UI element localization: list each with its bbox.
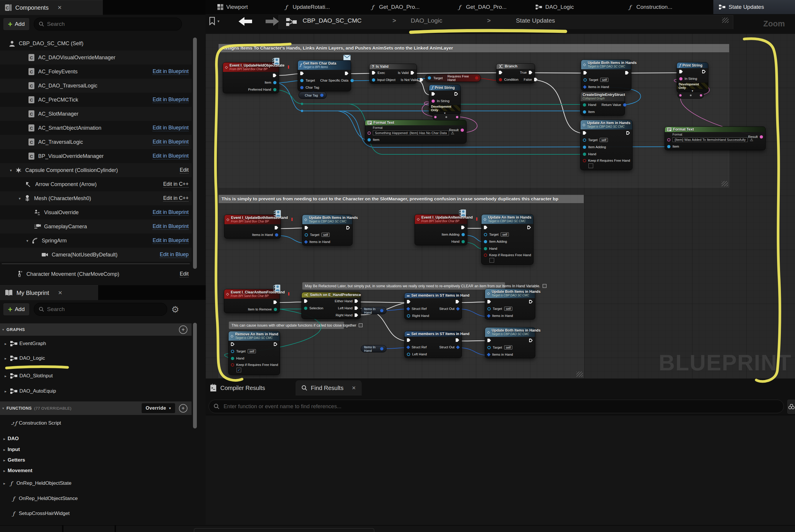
collapsed-pin-row[interactable] — [677, 92, 704, 99]
variable-items-in-hand-1[interactable]: Items In Hand — [361, 307, 386, 314]
edit-link[interactable]: Edit — [180, 271, 188, 277]
tab-construction[interactable]: ƒ Construction... — [626, 0, 672, 14]
find-in-blueprints-button[interactable] — [788, 400, 795, 414]
checkbox-unchecked[interactable] — [589, 164, 593, 168]
exec-out-pin[interactable] — [274, 342, 277, 346]
find-references-input[interactable] — [223, 403, 779, 410]
tab-get-dao-pro-2[interactable]: ƒ Get_DAO_Pro... — [456, 0, 506, 14]
edit-in-blueprint-link[interactable]: Edit in Blueprint — [152, 139, 188, 145]
chevron-right-icon[interactable]: ▸ — [1, 469, 7, 473]
item-pin[interactable] — [667, 145, 670, 148]
tab-get-dao-pro-1[interactable]: ƒ Get_DAO_Pro... — [369, 0, 419, 14]
myblueprint-scrollbar[interactable] — [193, 323, 197, 429]
add-blueprint-item-button[interactable]: + Add — [3, 303, 30, 316]
node-event-update-held-object-state[interactable]: ◇ Event I_UpdateHeldObjectStateFrom BPI … — [223, 62, 279, 93]
node-create-single-entry-struct[interactable]: CreateSingleEntryStructCollapsed Graph H… — [580, 92, 625, 116]
pink-pin[interactable] — [434, 116, 437, 118]
node-is-valid[interactable]: ? Is Valid ExecIs Valid Input ObjectIs N… — [369, 64, 417, 83]
functions-section-header[interactable]: ▾ FUNCTIONS (77 OVERRIDABLE) Override ▾ … — [0, 401, 192, 415]
myblueprint-search-input[interactable]: Search — [34, 303, 167, 316]
target-pin[interactable] — [428, 76, 431, 79]
exec-out-pin[interactable] — [527, 226, 531, 229]
edit-in-cpp-link[interactable]: Edit in C++ — [163, 181, 188, 188]
component-row[interactable]: C AC_DAOVisualOverrideManager — [0, 51, 192, 64]
target-pin[interactable] — [231, 350, 234, 353]
pink-pin[interactable] — [456, 116, 458, 118]
node-update-both-items-2[interactable]: ◇ Update Both Items in HandsTarget is CB… — [302, 214, 353, 246]
struct-out-pin[interactable] — [456, 345, 460, 349]
chevron-right-icon[interactable]: ▸ — [1, 437, 7, 441]
items-in-hand-pin[interactable] — [487, 353, 491, 357]
breadcrumb-root[interactable]: CBP_DAO_SC_CMC — [303, 17, 362, 24]
node-remove-an-item-in-hand[interactable]: ◇ Remove An Item in HandTarget is CBP DA… — [228, 331, 280, 375]
exec-in-pin[interactable] — [484, 226, 487, 229]
pink-pin[interactable] — [700, 94, 702, 97]
item-pin[interactable] — [273, 81, 276, 84]
node-set-members-bottom[interactable]: ▬ Set members in ST Items in Hand Struct… — [404, 331, 462, 358]
edit-in-blueprint-link[interactable]: Edit in Blueprint — [152, 97, 188, 103]
edit-in-blueprint-link[interactable]: Edit in Bluep — [160, 251, 188, 258]
hand-pin[interactable] — [583, 103, 586, 107]
target-pin[interactable] — [583, 138, 586, 142]
exec-out-pin[interactable] — [625, 71, 629, 75]
tab-updaterotation[interactable]: ƒ UpdateRotati... — [283, 0, 330, 14]
keep-if-requires-free-hand-pin[interactable] — [484, 253, 487, 257]
hand-pin[interactable] — [462, 240, 465, 243]
hand-pin[interactable] — [583, 153, 586, 156]
function-item-setupcrosshairwidget[interactable]: ƒ SetupCrossHairWidget — [0, 508, 201, 519]
comment-box-1-body[interactable] — [219, 52, 729, 188]
category-input[interactable]: ▸ Input — [0, 445, 193, 454]
exec-out-pin[interactable] — [461, 226, 465, 229]
char-tag-out-pin[interactable] — [320, 94, 323, 97]
edit-link[interactable]: Edit — [180, 167, 188, 173]
add-graph-icon[interactable]: + — [179, 325, 187, 334]
struct-ref-pin[interactable] — [406, 307, 410, 311]
target-pin[interactable] — [583, 78, 587, 81]
component-row-mesh[interactable]: ▾ Mesh (CharacterMesh0) Edit in C++ — [0, 191, 192, 205]
collapsed-pin-row[interactable] — [432, 114, 460, 120]
checkbox-unchecked[interactable] — [489, 258, 494, 263]
items-in-hand-pin[interactable] — [583, 85, 587, 89]
checkbox-checked[interactable]: ✓ — [236, 368, 241, 373]
tab-components[interactable]: C Components ✕ — [0, 0, 103, 15]
component-row[interactable]: C BP_VisualOverrideManager Edit in Bluep… — [0, 149, 192, 163]
comment-box-1-header[interactable]: Assigns Items To Character's Hands, Link… — [219, 44, 729, 52]
close-icon[interactable]: ✕ — [352, 385, 356, 391]
find-references-searchbar[interactable] — [209, 400, 784, 413]
items-in-hand-pin[interactable] — [275, 233, 278, 236]
component-row-self[interactable]: CBP_DAO_SC_CMC (Self) — [0, 36, 192, 51]
chevron-down-icon[interactable]: ▾ — [24, 239, 31, 243]
selection-pin[interactable] — [304, 307, 307, 310]
components-scrollbar[interactable] — [193, 38, 197, 269]
node-event-update-an-item-in-hand[interactable]: ◇ Event I_UpdateAnItemInHandFrom BPI San… — [415, 214, 467, 245]
target-pin[interactable] — [487, 307, 491, 310]
exec-in-pin[interactable] — [487, 300, 491, 303]
items-in-hand-pin[interactable] — [304, 240, 308, 244]
component-row-charmove[interactable]: Character Movement (CharMoveComp) Edit — [0, 267, 192, 281]
node-print-string-1[interactable]: ƒ Print String In String Development Onl… — [429, 84, 460, 115]
item-adding-pin[interactable] — [462, 233, 465, 236]
component-row-capsule[interactable]: ▾ Capsule Component (CollisionCylinder) … — [0, 163, 192, 177]
node-update-an-item-1[interactable]: ◇ Update An Item in HandsTarget is CBP D… — [580, 120, 633, 170]
override-button[interactable]: Override ▾ — [141, 403, 175, 414]
node-event-update-both-items-in-hand[interactable]: ◇ Event I_UpdateBothItemsInHandFrom BPI … — [224, 214, 281, 239]
exec-out-pin[interactable] — [273, 74, 276, 77]
tab-compiler-results[interactable]: Compiler Results — [210, 380, 265, 396]
edit-in-cpp-link[interactable]: Edit in C++ — [163, 195, 188, 202]
breadcrumb-graph[interactable]: DAO_Logic — [411, 17, 442, 24]
exec-in-pin[interactable] — [487, 339, 491, 342]
component-row-camera[interactable]: Camera(NotUsedByDefault) Edit in Bluep — [0, 248, 192, 262]
chevron-down-icon[interactable]: ▾ — [7, 168, 14, 173]
target-pin[interactable] — [484, 233, 487, 236]
right-hand-exec-pin[interactable] — [355, 314, 358, 317]
chevron-right-icon[interactable]: ▸ — [1, 481, 7, 486]
exec-out-pin[interactable] — [626, 131, 630, 135]
exec-out-pin[interactable] — [529, 300, 532, 303]
true-exec-pin[interactable] — [529, 71, 532, 74]
component-row[interactable]: C AC_SlotManager — [0, 107, 192, 121]
format-value-input[interactable]: {Item} Was Added To ItemsInHand Successf… — [672, 137, 748, 142]
chevron-down-icon[interactable]: ▾ — [16, 196, 23, 201]
char-specific-data-pin[interactable] — [350, 79, 354, 82]
pink-pin[interactable] — [679, 94, 682, 97]
edit-in-blueprint-link[interactable]: Edit in Blueprint — [152, 69, 188, 75]
